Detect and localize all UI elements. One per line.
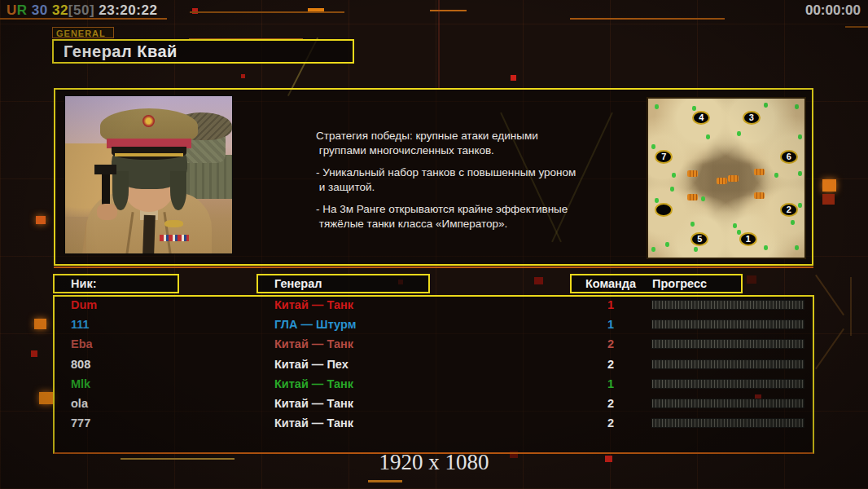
status-segment: [50] [68,2,94,18]
decor-square [31,350,37,357]
decor-line [845,26,868,28]
decor-square [36,216,46,224]
decor-line [308,8,324,11]
map-tree-dot [701,196,705,201]
player-name: ola [71,394,88,413]
decor-square [747,275,756,284]
player-faction: Китай — Танк [274,374,353,394]
portrait-helmet-flap [170,171,186,210]
decor-square [822,179,836,192]
player-row: Eba Китай — Танк 2 [55,334,813,354]
map-tree-dot [737,230,741,235]
status-segment: 32 [48,2,68,18]
map-tree-dot [774,173,778,178]
decor-diagonal-line [850,277,852,336]
map-spawn-marker: 2 [780,203,798,217]
player-team: 1 [598,315,623,334]
column-header-nick: Ник: [53,274,179,293]
portrait-cap-braid [115,153,183,156]
map-tree-dot [795,104,799,109]
column-header-general: Генерал [256,274,430,293]
player-name: Mlk [71,374,90,394]
lobby-status-text: UR 30 32[50] 23:20:22 [7,2,157,19]
general-title-box: Генерал Квай [52,39,354,64]
decor-square [822,194,835,205]
page-title: Генерал Квай [54,41,353,62]
status-segment: 30 [28,2,48,18]
map-spawn-marker: 3 [743,111,761,125]
map-tree-dot [798,171,802,176]
general-portrait [64,95,233,254]
decor-line [190,11,344,13]
decor-square [34,319,46,329]
column-header-progress: Прогресс [652,275,707,292]
player-progress-bar [651,379,804,389]
player-name: 808 [71,355,90,374]
player-row: 111 ГЛА — Штурм 1 [55,315,813,334]
map-tree-dot [764,245,768,250]
portrait-tie [142,215,156,254]
decor-diagonal-line [815,328,844,369]
description-paragraph: - На 3м Ранге открываются крайне эффекти… [316,202,585,231]
player-team: 2 [598,413,623,433]
portrait-chest-badge [164,220,183,227]
player-progress-bar [651,359,804,369]
general-description: Стратегия победы: крупные атаки едиными … [316,129,585,239]
match-timer: 00:00:00 [805,2,861,19]
player-progress-bar [651,418,804,428]
player-row: Dum Китай — Танк 1 [55,295,813,315]
map-tree-dot [692,106,696,111]
loading-screen: UR 30 32[50] 23:20:22 00:00:00 GENERAL Г… [0,0,868,489]
map-tree-dot [733,223,737,228]
decor-line [368,480,402,482]
player-team: 1 [598,374,623,394]
map-tree-dot [764,103,768,108]
decor-diagonal-line [438,0,440,90]
player-name: Eba [71,334,93,354]
player-row: Mlk Китай — Танк 1 [55,374,813,394]
decor-square [241,74,245,78]
map-spawn-marker: 6 [780,150,798,164]
status-segment: U [7,2,17,18]
map-tree-dot [655,104,659,109]
decor-square [39,392,53,404]
player-progress-bar [651,399,804,408]
column-header-team-progress: Команда Прогресс [570,274,743,293]
map-tree-dot [672,173,676,178]
player-row: 777 Китай — Танк 2 [55,413,813,433]
player-team: 2 [598,334,623,354]
map-tree-dot [737,131,741,136]
map-tree-dot [655,198,659,203]
map-supply-pile [687,170,698,177]
decor-line [430,10,467,11]
general-tab-label: GENERAL [52,27,114,38]
player-progress-bar [651,339,804,349]
player-faction: ГЛА — Штурм [274,315,356,334]
map-spawn-marker: 7 [655,150,673,164]
map-tree-dot [694,247,698,252]
map-tree-dot [798,203,802,208]
map-supply-pile [687,194,698,200]
player-team: 2 [598,355,623,374]
description-paragraph: Стратегия победы: крупные атаки едиными … [316,129,585,158]
map-spawn-marker: 1 [739,232,757,246]
player-name: 111 [71,315,90,334]
map-preview: 4376251 [647,97,806,259]
decor-square [511,75,516,81]
map-tree-dot [798,134,802,139]
resolution-label: 1920 x 1080 [0,450,868,475]
map-tree-dot [651,144,655,149]
player-faction: Китай — Пех [274,355,349,374]
decor-square [534,277,543,284]
map-tree-dot [791,220,795,225]
decor-line [570,18,725,20]
player-progress-bar [651,319,804,329]
decor-diagonal-line [815,275,844,315]
player-name: Dum [71,295,97,315]
description-paragraph: - Уникальный набор танков с повышенным у… [316,165,585,195]
player-table-body: Dum Китай — Танк 1 111 ГЛА — Штурм 1 Eba… [53,295,814,454]
portrait-pistol-slide [94,165,116,174]
map-supply-pile [717,178,727,184]
portrait-cap-badge [142,115,155,127]
player-faction: Китай — Танк [274,334,353,354]
